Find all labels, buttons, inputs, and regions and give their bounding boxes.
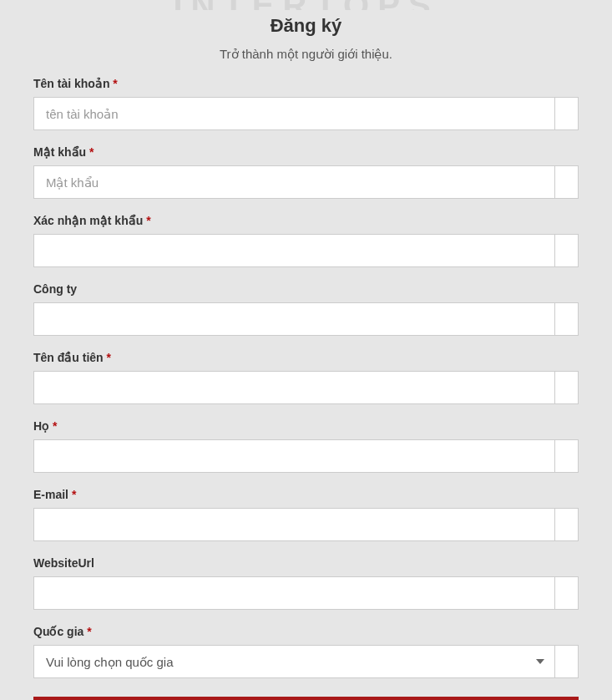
confirm-password-input[interactable]	[33, 234, 555, 267]
first-name-group: Tên đầu tiên *	[33, 351, 579, 404]
company-addon	[555, 302, 579, 336]
country-addon	[555, 645, 579, 678]
email-input-wrapper	[33, 508, 579, 541]
email-input[interactable]	[33, 508, 555, 541]
username-label: Tên tài khoản *	[33, 77, 579, 90]
password-input[interactable]	[33, 165, 555, 199]
username-addon	[555, 97, 579, 130]
required-marker: *	[146, 214, 150, 227]
required-marker: *	[113, 77, 117, 90]
company-input-wrapper	[33, 302, 579, 336]
username-group: Tên tài khoản *	[33, 77, 579, 130]
website-url-label-text: WebsiteUrl	[33, 556, 94, 570]
first-name-input-wrapper	[33, 371, 579, 404]
required-marker: *	[89, 145, 94, 159]
website-url-group: WebsiteUrl	[33, 556, 579, 610]
email-label: E-mail *	[33, 488, 579, 501]
page-title: Đăng ký	[33, 15, 579, 37]
create-account-button[interactable]: Tạo tài khoản	[33, 697, 579, 700]
username-input-wrapper	[33, 97, 579, 130]
required-marker: *	[72, 488, 76, 501]
last-name-label-text: Họ	[33, 419, 49, 433]
required-marker: *	[87, 625, 91, 638]
first-name-label: Tên đầu tiên *	[33, 351, 579, 364]
country-label-text: Quốc gia	[33, 625, 83, 638]
password-label-text: Mật khẩu	[33, 145, 86, 159]
email-group: E-mail *	[33, 488, 579, 541]
website-url-addon	[555, 576, 579, 610]
confirm-password-addon	[555, 234, 579, 267]
required-marker: *	[107, 351, 111, 364]
password-group: Mật khẩu *	[33, 145, 579, 199]
page-subtitle: Trở thành một người giới thiệu.	[33, 47, 579, 62]
confirm-password-input-wrapper	[33, 234, 579, 267]
country-label: Quốc gia *	[33, 625, 579, 638]
last-name-input[interactable]	[33, 439, 555, 473]
first-name-label-text: Tên đầu tiên	[33, 351, 104, 364]
confirm-password-label: Xác nhận mật khẩu *	[33, 214, 579, 227]
last-name-label: Họ *	[33, 419, 579, 433]
email-addon	[555, 508, 579, 541]
confirm-password-label-text: Xác nhận mật khẩu	[33, 214, 143, 227]
company-label-text: Công ty	[33, 282, 77, 296]
website-url-label: WebsiteUrl	[33, 556, 579, 570]
password-input-wrapper	[33, 165, 579, 199]
website-url-input-wrapper	[33, 576, 579, 610]
first-name-input[interactable]	[33, 371, 555, 404]
company-group: Công ty	[33, 282, 579, 336]
last-name-addon	[555, 439, 579, 473]
last-name-input-wrapper	[33, 439, 579, 473]
company-label: Công ty	[33, 282, 579, 296]
password-addon	[555, 165, 579, 199]
country-select[interactable]: Vui lòng chọn quốc gia	[33, 645, 555, 678]
required-marker: *	[53, 419, 57, 433]
confirm-password-group: Xác nhận mật khẩu *	[33, 214, 579, 267]
brand-watermark: INTERTOPS	[0, 0, 612, 10]
username-label-text: Tên tài khoản	[33, 77, 109, 90]
country-group: Quốc gia * Vui lòng chọn quốc gia	[33, 625, 579, 678]
website-url-input[interactable]	[33, 576, 555, 610]
email-label-text: E-mail	[33, 488, 68, 501]
password-label: Mật khẩu *	[33, 145, 579, 159]
first-name-addon	[555, 371, 579, 404]
username-input[interactable]	[33, 97, 555, 130]
company-input[interactable]	[33, 302, 555, 336]
last-name-group: Họ *	[33, 419, 579, 473]
registration-form-container: Đăng ký Trở thành một người giới thiệu. …	[0, 15, 612, 700]
country-select-wrapper: Vui lòng chọn quốc gia	[33, 645, 579, 678]
